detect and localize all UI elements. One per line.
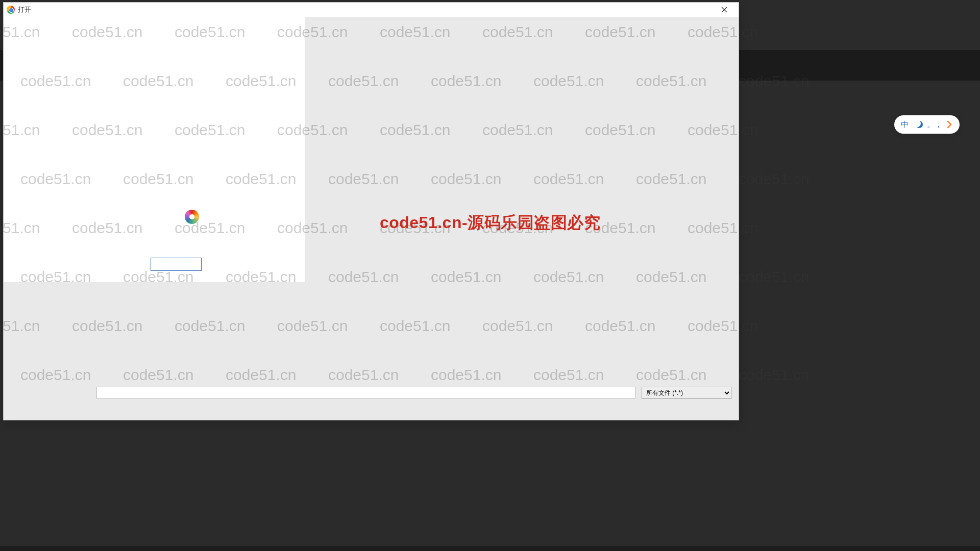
dialog-body: 所有文件 (*.*) xyxy=(4,17,739,420)
dialog-titlebar[interactable]: 打开 xyxy=(4,3,739,17)
ime-expand-button[interactable] xyxy=(944,121,954,128)
moon-icon xyxy=(916,121,923,128)
close-icon xyxy=(721,7,727,13)
dialog-bottom-bar: 所有文件 (*.*) xyxy=(4,385,739,400)
page-bottom-strip xyxy=(0,546,980,551)
close-button[interactable] xyxy=(713,3,736,17)
watermark-text: code51.cn xyxy=(739,170,809,188)
file-open-dialog: 打开 所有文件 (*.*) xyxy=(3,2,739,420)
loading-text-field[interactable] xyxy=(151,258,201,270)
chevron-right-icon xyxy=(946,121,952,128)
ime-toolbar[interactable]: 中 。， xyxy=(894,115,960,134)
ime-theme-button[interactable] xyxy=(914,121,924,128)
dialog-title: 打开 xyxy=(18,5,31,14)
filename-input[interactable] xyxy=(96,387,635,399)
loading-text-input[interactable] xyxy=(151,258,202,271)
ime-mode-button[interactable]: 中 xyxy=(899,120,910,130)
chrome-icon xyxy=(7,6,15,14)
watermark-text: code51.cn xyxy=(739,366,809,384)
filetype-select[interactable]: 所有文件 (*.*) xyxy=(642,387,731,399)
dialog-loading-panel xyxy=(4,17,305,282)
watermark-text: code51.cn xyxy=(739,268,809,286)
ime-punct-button[interactable]: 。， xyxy=(929,120,940,130)
loading-spinner-icon xyxy=(185,210,199,224)
filename-field[interactable] xyxy=(97,387,635,398)
